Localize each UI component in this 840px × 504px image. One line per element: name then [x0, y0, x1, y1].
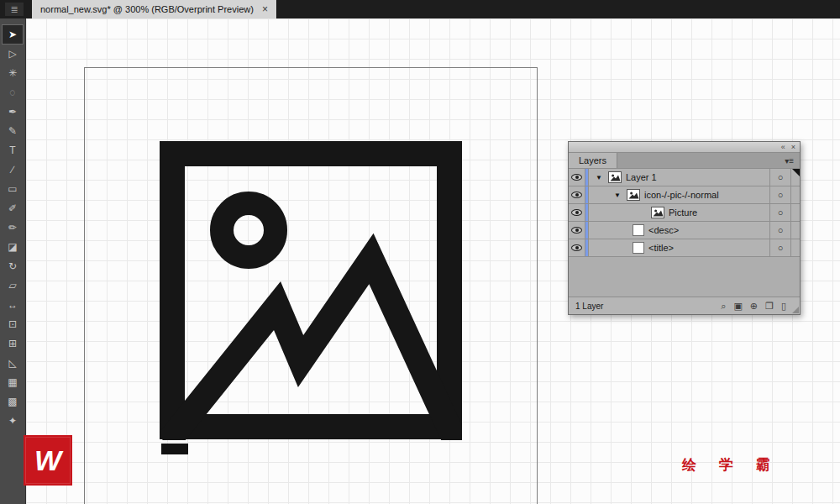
- tab-close-icon[interactable]: ×: [262, 4, 268, 14]
- watermark-text: 绘 学 霸: [682, 455, 779, 475]
- visibility-toggle[interactable]: [569, 239, 585, 256]
- shape-builder-tool[interactable]: ⊞: [3, 334, 23, 353]
- gradient-tool[interactable]: ▩: [3, 392, 23, 411]
- layer-label: Layer 1: [626, 172, 657, 182]
- app-menu-icon[interactable]: ≣: [5, 3, 24, 16]
- add-anchor-point-tool[interactable]: ✎: [3, 122, 23, 140]
- new-layer-icon[interactable]: ❐: [765, 301, 774, 312]
- layer-thumbnail: [633, 224, 644, 236]
- lasso-tool[interactable]: ◌: [3, 83, 23, 102]
- tools-panel: ➤▷✳◌✒✎T∕▭✐✏◪↻▱↔⊡⊞◺▦▩✦: [0, 18, 26, 504]
- layer-row-content: ▼icon-/-pic-/-normal: [589, 186, 769, 203]
- layer-thumbnail: [627, 188, 640, 202]
- panel-status-bar: 1 Layer ⌕▣⊕❐▯: [569, 297, 800, 314]
- panel-top-bar: « ×: [569, 142, 800, 153]
- layer-label: Picture: [669, 207, 697, 218]
- eye-icon: [571, 227, 582, 234]
- disclosure-triangle-icon[interactable]: ▼: [614, 192, 622, 199]
- watermark-mark: [161, 444, 188, 454]
- visibility-toggle[interactable]: [569, 169, 585, 186]
- document-tab-title: normal_new.svg* @ 300% (RGB/Overprint Pr…: [40, 4, 254, 14]
- width-tool[interactable]: ↔: [3, 296, 23, 314]
- picture-icon-artwork[interactable]: [160, 141, 462, 440]
- make-clipping-mask-icon[interactable]: ▣: [733, 301, 742, 312]
- layer-label: icon-/-pic-/-normal: [644, 190, 719, 200]
- layer-thumbnail: [651, 206, 664, 219]
- watermark-logo-letter: W: [34, 446, 61, 475]
- rectangle-tool[interactable]: ▭: [3, 180, 23, 198]
- visibility-toggle[interactable]: [569, 222, 585, 239]
- selection-tool[interactable]: ➤: [3, 25, 23, 44]
- mesh-tool[interactable]: ▦: [3, 373, 23, 391]
- layer-row[interactable]: ▼Layer 1○: [569, 169, 800, 186]
- layer-row-content: <title>: [589, 239, 769, 256]
- tab-layers[interactable]: Layers: [569, 153, 617, 168]
- eye-icon: [571, 192, 582, 198]
- layer-row[interactable]: <desc>○: [569, 222, 800, 239]
- layer-thumbnail: [608, 171, 622, 184]
- target-circle-icon[interactable]: ○: [769, 239, 790, 256]
- layer-row-content: ▼Layer 1: [589, 169, 769, 186]
- layer-label: <desc>: [648, 225, 679, 235]
- layer-row[interactable]: ▼icon-/-pic-/-normal○: [569, 186, 800, 204]
- watermark-logo: W: [24, 435, 72, 486]
- free-transform-tool[interactable]: ⊡: [3, 315, 23, 333]
- eye-icon: [571, 174, 582, 181]
- eye-icon: [571, 209, 582, 216]
- layers-panel: « × Layers ▾≡ ▼Layer 1○▼icon-/-pic-/-nor…: [568, 141, 801, 315]
- layer-row-content: <desc>: [589, 222, 769, 239]
- selection-column: [790, 186, 800, 203]
- layer-row[interactable]: Picture○: [569, 204, 800, 222]
- layer-list: ▼Layer 1○▼icon-/-pic-/-normal○Picture○<d…: [569, 169, 800, 297]
- visibility-toggle[interactable]: [569, 204, 585, 221]
- eye-icon: [571, 244, 582, 251]
- delete-layer-icon[interactable]: ▯: [781, 301, 786, 312]
- eyedropper-tool[interactable]: ✦: [3, 412, 23, 430]
- selection-column: [790, 239, 800, 256]
- panel-resize-grip[interactable]: [792, 307, 799, 313]
- layer-row[interactable]: <title>○: [569, 239, 800, 257]
- panel-menu-icon[interactable]: ▾≡: [785, 156, 800, 168]
- panel-tab-bar: Layers ▾≡: [569, 153, 800, 169]
- selection-column: [790, 169, 800, 186]
- target-circle-icon[interactable]: ○: [769, 186, 790, 203]
- selection-column: [790, 204, 800, 221]
- search-icon[interactable]: ⌕: [721, 301, 726, 312]
- line-segment-tool[interactable]: ∕: [3, 160, 23, 179]
- title-bar: ≣ normal_new.svg* @ 300% (RGB/Overprint …: [0, 0, 840, 18]
- eraser-tool[interactable]: ◪: [3, 238, 23, 256]
- pen-tool[interactable]: ✒: [3, 102, 23, 121]
- target-circle-icon[interactable]: ○: [769, 204, 790, 221]
- perspective-grid-tool[interactable]: ◺: [3, 354, 23, 372]
- target-circle-icon[interactable]: ○: [769, 222, 790, 239]
- panel-collapse-icon[interactable]: «: [781, 144, 785, 151]
- layer-row-content: Picture: [589, 204, 769, 221]
- rotate-tool[interactable]: ↻: [3, 257, 23, 276]
- paintbrush-tool[interactable]: ✐: [3, 199, 23, 218]
- selection-corner-icon: [792, 169, 800, 176]
- layer-label: <title>: [648, 243, 674, 253]
- document-tab[interactable]: normal_new.svg* @ 300% (RGB/Overprint Pr…: [32, 0, 277, 18]
- type-tool[interactable]: T: [3, 141, 23, 160]
- pencil-tool[interactable]: ✏: [3, 218, 23, 237]
- panel-close-icon[interactable]: ×: [791, 144, 795, 151]
- magic-wand-tool[interactable]: ✳: [3, 64, 23, 82]
- visibility-toggle[interactable]: [569, 186, 585, 203]
- layer-count: 1 Layer: [575, 302, 603, 311]
- layer-thumbnail: [633, 242, 644, 254]
- target-circle-icon[interactable]: ○: [769, 169, 790, 186]
- new-sublayer-icon[interactable]: ⊕: [750, 301, 758, 312]
- disclosure-triangle-icon[interactable]: ▼: [596, 174, 604, 181]
- selection-column: [790, 222, 800, 239]
- scale-tool[interactable]: ▱: [3, 276, 23, 295]
- panel-footer-icons: ⌕▣⊕❐▯: [721, 301, 793, 312]
- direct-selection-tool[interactable]: ▷: [3, 45, 23, 63]
